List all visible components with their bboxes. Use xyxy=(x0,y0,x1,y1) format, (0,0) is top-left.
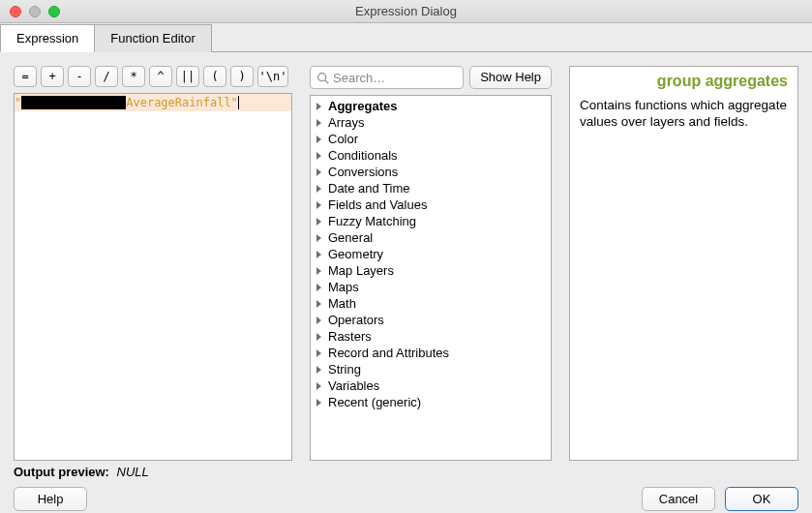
tree-item[interactable]: Maps xyxy=(311,279,551,295)
svg-line-1 xyxy=(325,79,328,82)
tree-item-label: Rasters xyxy=(328,329,372,344)
left-pane: = + - / * ^ || ( ) '\n' " AverageRainfal… xyxy=(14,66,292,461)
tree-item-label: Record and Attributes xyxy=(328,346,449,360)
chevron-right-icon xyxy=(316,201,321,209)
chevron-right-icon xyxy=(316,399,321,407)
chevron-right-icon xyxy=(316,251,321,258)
help-title: group aggregates xyxy=(580,73,788,90)
tree-item-label: Operators xyxy=(328,313,384,327)
tree-item[interactable]: Fields and Values xyxy=(311,196,551,213)
help-body: Contains functions which aggregate value… xyxy=(580,98,788,131)
tab-bar: Expression Function Editor xyxy=(0,23,812,52)
search-input[interactable]: Search… xyxy=(310,66,464,89)
chevron-right-icon xyxy=(316,168,321,176)
search-icon xyxy=(316,72,329,84)
chevron-right-icon xyxy=(316,152,321,160)
tab-expression[interactable]: Expression xyxy=(0,24,95,52)
tree-item-label: Fuzzy Matching xyxy=(328,214,416,228)
cancel-button[interactable]: Cancel xyxy=(642,487,715,511)
tree-item-label: General xyxy=(328,230,373,245)
tree-item[interactable]: Arrays xyxy=(311,114,551,131)
preview-value: NULL xyxy=(117,465,149,479)
tree-item[interactable]: Recent (generic) xyxy=(311,394,551,410)
chevron-right-icon xyxy=(316,267,321,275)
op-plus[interactable]: + xyxy=(41,66,64,87)
operator-toolbar: = + - / * ^ || ( ) '\n' xyxy=(14,66,292,87)
chevron-right-icon xyxy=(316,103,321,110)
chevron-right-icon xyxy=(316,300,321,308)
tree-item[interactable]: General xyxy=(311,229,551,246)
op-divide[interactable]: / xyxy=(95,66,118,87)
op-close-paren[interactable]: ) xyxy=(230,66,254,87)
tree-item-label: Conversions xyxy=(328,165,398,179)
search-placeholder: Search… xyxy=(333,71,385,85)
op-multiply[interactable]: * xyxy=(122,66,145,87)
tree-item[interactable]: Conversions xyxy=(311,164,551,180)
tree-item-label: Map Layers xyxy=(328,263,394,278)
tree-item[interactable]: Fuzzy Matching xyxy=(311,213,551,229)
tree-item[interactable]: Operators xyxy=(311,312,551,328)
tree-item-label: Arrays xyxy=(328,115,365,130)
show-help-button[interactable]: Show Help xyxy=(469,66,552,89)
op-power[interactable]: ^ xyxy=(149,66,172,87)
op-equals[interactable]: = xyxy=(14,66,37,87)
tree-item[interactable]: Conditionals xyxy=(311,147,551,164)
op-open-paren[interactable]: ( xyxy=(203,66,226,87)
content: = + - / * ^ || ( ) '\n' " AverageRainfal… xyxy=(0,52,812,461)
tree-item-label: Math xyxy=(328,296,356,311)
chevron-right-icon xyxy=(316,333,321,341)
preview-row: Output preview: NULL xyxy=(0,461,812,481)
preview-label: Output preview: xyxy=(14,465,109,479)
tree-item-label: Variables xyxy=(328,378,379,393)
chevron-right-icon xyxy=(316,284,321,291)
editor-line: " AverageRainfall " xyxy=(15,94,291,111)
chevron-right-icon xyxy=(316,382,321,390)
middle-pane: Search… Show Help AggregatesArraysColorC… xyxy=(310,66,552,461)
tree-item-label: Recent (generic) xyxy=(328,395,421,409)
tree-item[interactable]: Date and Time xyxy=(311,180,551,196)
chevron-right-icon xyxy=(316,366,321,374)
tree-item-label: Fields and Values xyxy=(328,197,427,212)
tree-item[interactable]: Math xyxy=(311,295,551,312)
field-name: AverageRainfall xyxy=(126,96,230,109)
titlebar: Expression Dialog xyxy=(0,0,812,23)
tree-item[interactable]: Geometry xyxy=(311,246,551,262)
tree-item-label: Color xyxy=(328,132,358,146)
tree-item-label: Date and Time xyxy=(328,181,410,196)
tree-item-label: String xyxy=(328,362,361,377)
quote-open: " xyxy=(15,96,21,109)
chevron-right-icon xyxy=(316,136,321,143)
tree-item-label: Maps xyxy=(328,280,359,294)
search-row: Search… Show Help xyxy=(310,66,552,89)
chevron-right-icon xyxy=(316,234,321,242)
help-pane: group aggregates Contains functions whic… xyxy=(569,66,798,461)
tree-item[interactable]: Record and Attributes xyxy=(311,345,551,361)
tree-item[interactable]: Rasters xyxy=(311,328,551,345)
tree-item[interactable]: Aggregates xyxy=(311,98,551,114)
tree-item[interactable]: String xyxy=(311,361,551,377)
op-concat[interactable]: || xyxy=(176,66,199,87)
expression-editor[interactable]: " AverageRainfall " xyxy=(14,93,292,461)
window-title: Expression Dialog xyxy=(0,4,812,18)
tree-item-label: Geometry xyxy=(328,247,383,261)
tree-item[interactable]: Variables xyxy=(311,377,551,394)
help-button[interactable]: Help xyxy=(14,487,87,511)
op-newline[interactable]: '\n' xyxy=(257,66,288,87)
tab-function-editor[interactable]: Function Editor xyxy=(94,24,211,52)
function-tree[interactable]: AggregatesArraysColorConditionalsConvers… xyxy=(310,95,552,461)
quote-close: " xyxy=(231,96,238,109)
footer: Help Cancel OK xyxy=(0,481,812,513)
ok-button[interactable]: OK xyxy=(725,487,798,511)
text-cursor xyxy=(238,96,239,109)
redacted-text xyxy=(21,96,126,109)
op-minus[interactable]: - xyxy=(68,66,91,87)
tree-item-label: Conditionals xyxy=(328,148,398,163)
svg-point-0 xyxy=(318,73,326,80)
chevron-right-icon xyxy=(316,349,321,357)
chevron-right-icon xyxy=(316,218,321,226)
tree-item-label: Aggregates xyxy=(328,99,398,113)
chevron-right-icon xyxy=(316,185,321,193)
tree-item[interactable]: Map Layers xyxy=(311,262,551,279)
chevron-right-icon xyxy=(316,317,321,324)
tree-item[interactable]: Color xyxy=(311,131,551,147)
